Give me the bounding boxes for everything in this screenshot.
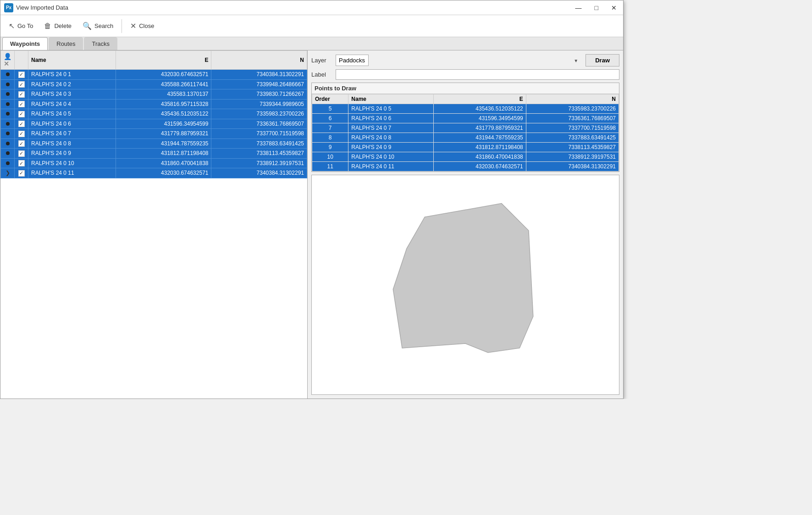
label-input[interactable]	[336, 69, 619, 80]
table-row[interactable]: RALPH'S 24 0 9431812.8711984087338113.45…	[1, 149, 307, 159]
pt-col-name: Name	[348, 94, 433, 104]
row-n: 7339830.71266267	[211, 89, 307, 100]
pt-n: 7340384.31302291	[526, 162, 619, 172]
table-row[interactable]: RALPH'S 24 0 10431860.4700418387338912.3…	[1, 158, 307, 168]
pt-name: RALPH'S 24 0 6	[348, 114, 433, 123]
pt-e: 431944.787559235	[433, 133, 526, 143]
search-icon: 🔍	[83, 22, 92, 30]
right-panel: Layer Paddocks Draw Label Points to Draw	[308, 50, 623, 399]
row-n: 7339344.9989605	[211, 99, 307, 109]
goto-button[interactable]: ↖ Go To	[4, 19, 38, 33]
map-preview	[311, 175, 619, 395]
goto-icon: ↖	[9, 22, 15, 30]
toolbar-separator	[122, 19, 122, 33]
table-row[interactable]: RALPH'S 24 0 3435583.13701377339830.7126…	[1, 89, 307, 100]
draw-button[interactable]: Draw	[586, 54, 619, 66]
dot-icon	[6, 112, 10, 116]
label-label: Label	[311, 71, 332, 78]
row-name: RALPH'S 24 0 11	[28, 168, 116, 178]
close-label: Close	[139, 22, 154, 29]
layer-label: Layer	[311, 57, 332, 64]
row-checkbox[interactable]	[18, 121, 25, 127]
pt-e: 431596.34954599	[433, 114, 526, 123]
tab-waypoints[interactable]: Waypoints	[2, 37, 48, 50]
pt-n: 7338912.39197531	[526, 152, 619, 162]
map-polygon	[393, 204, 533, 353]
layer-select[interactable]: Paddocks	[336, 55, 369, 66]
table-row[interactable]: RALPH'S 24 0 4435816.9571153287339344.99…	[1, 99, 307, 109]
map-svg	[312, 175, 619, 394]
table-row[interactable]: RALPH'S 24 0 5435436.5120351227335983.23…	[1, 109, 307, 119]
row-checkbox[interactable]	[18, 131, 25, 137]
row-checkbox[interactable]	[18, 150, 25, 157]
app-icon: Px	[4, 3, 13, 12]
maximize-button[interactable]: □	[592, 3, 601, 12]
row-indicator: ❯	[1, 168, 15, 178]
pt-name: RALPH'S 24 0 7	[348, 123, 433, 133]
points-row: 8RALPH'S 24 0 8431944.7875592357337883.6…	[312, 133, 619, 143]
table-row[interactable]: RALPH'S 24 0 7431779.8879593217337700.71…	[1, 129, 307, 139]
row-n: 7339948.26486667	[211, 79, 307, 89]
layer-row: Layer Paddocks Draw	[311, 54, 619, 66]
points-section: Points to Draw Order Name E N 5RALPH'S 2…	[311, 83, 619, 172]
search-label: Search	[94, 22, 113, 29]
waypoints-table: 👤✕ Name E N RALPH'S 24 0 1432030.6746325…	[0, 50, 307, 178]
pt-order: 11	[312, 162, 348, 172]
pt-n: 7338113.45359827	[526, 143, 619, 152]
row-n: 7337883.63491425	[211, 138, 307, 149]
row-name: RALPH'S 24 0 8	[28, 138, 116, 149]
row-e: 435816.957115328	[116, 99, 211, 109]
row-checkbox[interactable]	[18, 101, 25, 107]
row-e: 432030.674632571	[116, 168, 211, 178]
row-e: 435436.512035122	[116, 109, 211, 119]
row-name: RALPH'S 24 0 4	[28, 99, 116, 109]
row-checkbox-cell	[15, 70, 28, 80]
tab-tracks[interactable]: Tracks	[84, 37, 117, 50]
pt-e: 435436.512035122	[433, 104, 526, 114]
table-row[interactable]: RALPH'S 24 0 8431944.7875592357337883.63…	[1, 138, 307, 149]
label-row: Label	[311, 69, 619, 80]
points-title: Points to Draw	[312, 83, 619, 94]
pt-name: RALPH'S 24 0 10	[348, 152, 433, 162]
table-row[interactable]: ❯RALPH'S 24 0 11432030.6746325717340384.…	[1, 168, 307, 178]
close-window-button[interactable]: ✕	[608, 3, 619, 12]
row-checkbox[interactable]	[18, 81, 25, 88]
row-name: RALPH'S 24 0 1	[28, 70, 116, 80]
points-row: 11RALPH'S 24 0 11432030.6746325717340384…	[312, 162, 619, 172]
row-checkbox-cell	[15, 129, 28, 139]
table-row[interactable]: RALPH'S 24 0 6431596.349545997336361.768…	[1, 119, 307, 129]
row-checkbox[interactable]	[18, 111, 25, 117]
tab-routes[interactable]: Routes	[49, 37, 83, 50]
row-checkbox-cell	[15, 149, 28, 159]
dot-icon	[6, 92, 10, 96]
pt-col-order: Order	[312, 94, 348, 104]
main-content: 👤✕ Name E N RALPH'S 24 0 1432030.6746325…	[0, 50, 623, 399]
row-indicator	[1, 158, 15, 168]
table-row[interactable]: RALPH'S 24 0 1432030.6746325717340384.31…	[1, 70, 307, 80]
table-row[interactable]: RALPH'S 24 0 2435588.2661174417339948.26…	[1, 79, 307, 89]
pt-n: 7335983.23700226	[526, 104, 619, 114]
pt-e: 431812.871198408	[433, 143, 526, 152]
row-checkbox[interactable]	[18, 160, 25, 166]
window-controls: — □ ✕	[573, 3, 619, 12]
minimize-button[interactable]: —	[573, 3, 585, 12]
close-button[interactable]: ✕ Close	[126, 19, 159, 33]
row-checkbox[interactable]	[18, 91, 25, 98]
row-n: 7338113.45359827	[211, 149, 307, 159]
title-left: Px View Imported Data	[4, 3, 68, 12]
row-checkbox[interactable]	[18, 72, 25, 78]
row-checkbox[interactable]	[18, 140, 25, 147]
pt-col-e: E	[433, 94, 526, 104]
row-n: 7340384.31302291	[211, 168, 307, 178]
row-name: RALPH'S 24 0 6	[28, 119, 116, 129]
data-table[interactable]: 👤✕ Name E N RALPH'S 24 0 1432030.6746325…	[0, 50, 307, 399]
dot-icon	[6, 132, 10, 135]
delete-button[interactable]: 🗑 Delete	[39, 19, 76, 33]
pt-order: 9	[312, 143, 348, 152]
row-indicator	[1, 70, 15, 80]
search-button[interactable]: 🔍 Search	[78, 19, 118, 33]
row-e: 432030.674632571	[116, 70, 211, 80]
row-indicator	[1, 89, 15, 100]
row-n: 7335983.23700226	[211, 109, 307, 119]
row-checkbox[interactable]	[18, 170, 25, 177]
